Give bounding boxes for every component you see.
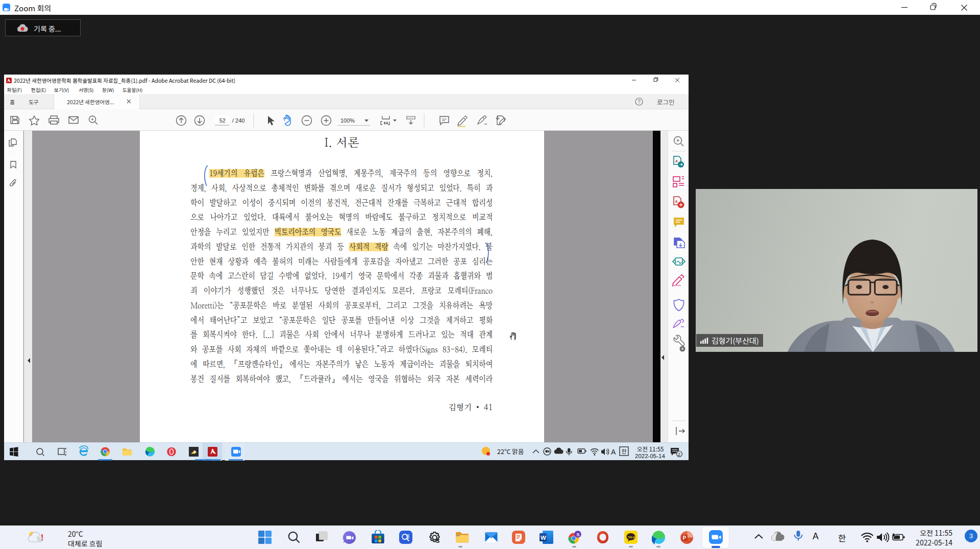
svg-text:S: S: [436, 538, 439, 544]
svg-text:P: P: [683, 535, 687, 541]
svg-text:W: W: [541, 535, 546, 541]
svg-text:?: ?: [638, 99, 641, 105]
svg-text:2: 2: [678, 452, 680, 457]
svg-text:22°C 맑음: 22°C 맑음: [497, 446, 524, 456]
svg-text:한: 한: [622, 447, 627, 455]
svg-text:A: A: [675, 200, 678, 203]
svg-text:52: 52: [219, 117, 226, 124]
svg-text:/ 240: / 240: [232, 117, 244, 124]
svg-text:A: A: [611, 448, 616, 456]
svg-text:A: A: [675, 159, 678, 163]
svg-text:2022-05-14: 2022-05-14: [635, 453, 665, 459]
svg-text:S: S: [576, 532, 579, 537]
svg-text:오전 11:55: 오전 11:55: [637, 445, 664, 453]
svg-text:TALK: TALK: [628, 536, 635, 539]
svg-text:!: !: [41, 533, 43, 542]
svg-text:100%: 100%: [340, 117, 355, 124]
